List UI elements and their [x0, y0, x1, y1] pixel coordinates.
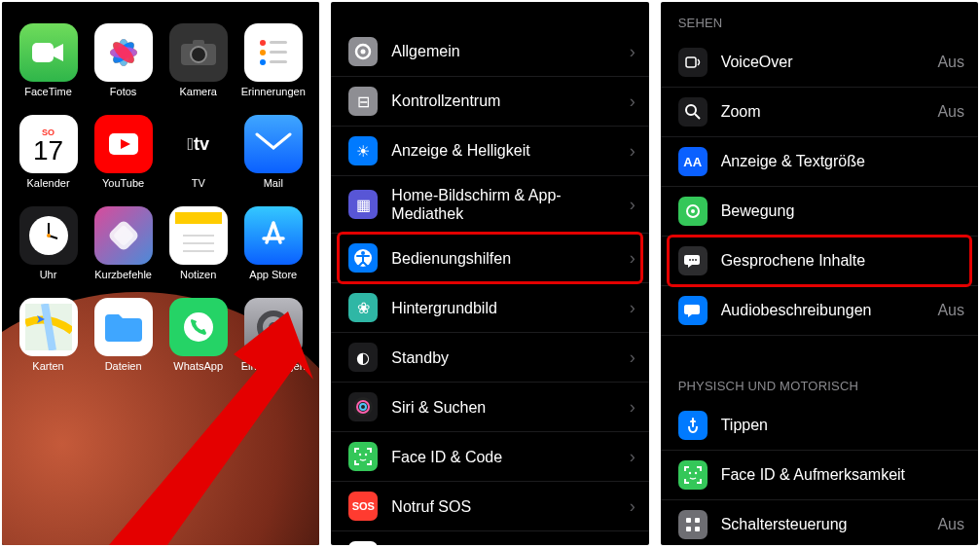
access-row-bewegung[interactable]: Bewegung: [661, 187, 978, 237]
clock-icon: [19, 206, 78, 265]
chevron-right-icon: ›: [630, 248, 635, 269]
svg-point-60: [688, 472, 690, 474]
app-label: FaceTime: [24, 86, 72, 97]
app-app-store[interactable]: App Store: [240, 206, 306, 280]
settings-row-begegnungsmitteilungen[interactable]: Begegnungsmitteilungen ›: [331, 531, 648, 545]
svg-point-12: [260, 40, 266, 46]
settings-row-bedienungshilfen[interactable]: Bedienungshilfen ›: [331, 234, 648, 283]
app-label: Mail: [264, 177, 283, 189]
access-row-voiceover[interactable]: VoiceOver Aus: [661, 38, 978, 88]
svg-point-24: [47, 234, 51, 237]
svg-point-44: [359, 454, 361, 456]
chevron-right-icon: ›: [630, 447, 635, 467]
app-karten[interactable]: Karten: [16, 298, 81, 372]
row-label: Bewegung: [721, 201, 964, 220]
chevron-right-icon: ›: [630, 141, 635, 162]
app-label: Karten: [32, 360, 63, 372]
settings-row-standby[interactable]: ◐ Standby ›: [331, 333, 648, 383]
grid-icon: ▦: [348, 190, 378, 219]
settings-row-face-id-code[interactable]: Face ID & Code ›: [331, 432, 648, 482]
app-label: YouTube: [102, 177, 144, 189]
chevron-right-icon: ›: [630, 397, 635, 418]
svg-marker-36: [109, 311, 313, 545]
app-erinnerungen[interactable]: Erinnerungen: [240, 23, 306, 97]
row-label: VoiceOver: [721, 53, 932, 71]
svg-rect-17: [270, 60, 287, 63]
siri-icon: [348, 392, 378, 421]
switch-icon: [678, 510, 708, 539]
app-label: Kalender: [27, 177, 70, 189]
section-header: SEHEN: [661, 2, 978, 38]
app-kurzbefehle[interactable]: Kurzbefehle: [91, 206, 156, 280]
access-row-zoom[interactable]: Zoom Aus: [661, 88, 978, 137]
app-tv[interactable]: tv TV: [165, 115, 231, 189]
settings-panel: Allgemein › ⊟ Kontrollzentrum › ☀ Anzeig…: [331, 2, 648, 545]
app-youtube[interactable]: YouTube: [91, 115, 156, 189]
svg-rect-64: [686, 527, 691, 531]
app-label: Notizen: [180, 269, 216, 280]
app-facetime[interactable]: FaceTime: [16, 23, 81, 97]
app-uhr[interactable]: Uhr: [16, 206, 81, 280]
access-row-audiobeschreibungen[interactable]: Audiobeschreibungen Aus: [661, 286, 978, 336]
svg-rect-11: [193, 40, 204, 46]
app-mail[interactable]: Mail: [240, 115, 306, 189]
calendar-icon: SO17: [19, 115, 78, 173]
svg-rect-65: [695, 527, 700, 531]
svg-point-13: [260, 50, 266, 55]
sliders-icon: ⊟: [348, 87, 378, 116]
chevron-right-icon: ›: [630, 347, 635, 368]
flower-alt-icon: ❀: [348, 293, 378, 322]
settings-row-allgemein[interactable]: Allgemein ›: [331, 27, 648, 77]
appstore-icon: [244, 206, 303, 265]
svg-point-14: [260, 59, 266, 65]
svg-rect-15: [270, 41, 287, 44]
app-kamera[interactable]: Kamera: [165, 23, 231, 97]
app-kalender[interactable]: SO17 Kalender: [16, 115, 81, 189]
chevron-right-icon: ›: [630, 298, 635, 318]
list-icon: [244, 23, 303, 82]
settings-row-anzeige-helligkeit[interactable]: ☀ Anzeige & Helligkeit ›: [331, 127, 648, 176]
app-notizen[interactable]: Notizen: [165, 206, 231, 280]
section-header: PHYSISCH UND MOTORISCH: [661, 365, 978, 401]
notes-icon: [169, 206, 228, 265]
settings-row-hintergrundbild[interactable]: ❀ Hintergrundbild ›: [331, 283, 648, 333]
svg-rect-0: [32, 43, 54, 62]
svg-rect-16: [270, 51, 287, 54]
row-label: Bedienungshilfen: [391, 249, 623, 268]
row-value: Aus: [937, 302, 964, 319]
exposure-icon: [348, 541, 378, 545]
row-label: Standby: [391, 348, 623, 367]
flower-icon: [94, 23, 153, 82]
shortcuts-icon: [94, 206, 153, 265]
row-label: Home-Bildschirm & App-Mediathek: [391, 186, 623, 223]
access-row-gesprochene-inhalte[interactable]: Gesprochene Inhalte: [661, 237, 978, 286]
play-icon: [94, 115, 153, 173]
svg-line-54: [695, 114, 700, 119]
settings-row-home-bildschirm-app-mediathek[interactable]: ▦ Home-Bildschirm & App-Mediathek ›: [331, 176, 648, 234]
access-row-tippen[interactable]: Tippen: [661, 401, 978, 451]
aa-icon: AA: [678, 147, 708, 176]
sos-icon: SOS: [348, 492, 378, 521]
settings-row-kontrollzentrum[interactable]: ⊟ Kontrollzentrum ›: [331, 77, 648, 127]
settings-row-notruf-sos[interactable]: SOS Notruf SOS ›: [331, 482, 648, 531]
row-label: Tippen: [721, 416, 964, 434]
row-value: Aus: [937, 516, 964, 533]
touch-icon: [678, 411, 708, 440]
svg-rect-62: [686, 518, 691, 523]
settings-row-siri-suchen[interactable]: Siri & Suchen ›: [331, 383, 648, 432]
camera-icon: [169, 23, 228, 82]
access-row-anzeige-textgr-e[interactable]: AA Anzeige & Textgröße: [661, 137, 978, 187]
chevron-right-icon: ›: [630, 91, 635, 112]
access-row-schaltersteuerung[interactable]: Schaltersteuerung Aus: [661, 500, 978, 545]
app-label: Kamera: [179, 86, 217, 97]
svg-rect-27: [175, 212, 222, 224]
app-fotos[interactable]: Fotos: [91, 23, 156, 97]
row-label: Kontrollzentrum: [391, 91, 623, 110]
svg-point-53: [686, 105, 696, 115]
chevron-right-icon: ›: [630, 195, 635, 215]
access-row-face-id-aufmerksamkeit[interactable]: Face ID & Aufmerksamkeit: [661, 451, 978, 500]
app-label: TV: [192, 177, 205, 189]
envelope-icon: [244, 115, 303, 173]
faceid-icon: [678, 460, 708, 490]
row-label: Anzeige & Textgröße: [721, 152, 964, 170]
